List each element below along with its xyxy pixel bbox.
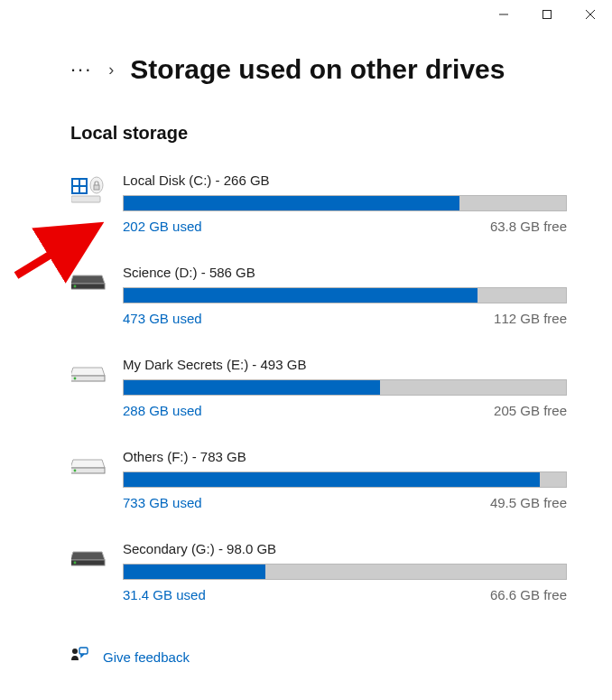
free-text: 205 GB free: [494, 403, 567, 418]
drive-icon: [70, 173, 107, 209]
svg-point-16: [74, 378, 77, 380]
drive-row[interactable]: My Dark Secrets (E:) - 493 GB 288 GB use…: [70, 357, 567, 418]
drive-stats: 473 GB used 112 GB free: [123, 311, 567, 326]
used-text: 202 GB used: [123, 219, 202, 234]
usage-bar: [123, 287, 567, 303]
drive-list: Local Disk (C:) - 266 GB 202 GB used 63.…: [70, 173, 567, 602]
feedback-label: Give feedback: [103, 649, 190, 665]
svg-rect-13: [71, 284, 105, 289]
drive-stats: 31.4 GB used 66.6 GB free: [123, 587, 567, 602]
used-text: 31.4 GB used: [123, 587, 206, 602]
window-controls: [482, 0, 612, 29]
feedback-link[interactable]: Give feedback: [70, 646, 567, 667]
free-text: 63.8 GB free: [490, 219, 567, 234]
drive-title: My Dark Secrets (E:) - 493 GB: [123, 357, 567, 372]
content-area: ··· › Storage used on other drives Local…: [0, 0, 612, 667]
svg-rect-1: [543, 11, 552, 19]
free-text: 66.6 GB free: [490, 587, 567, 602]
maximize-button[interactable]: [525, 0, 569, 29]
drive-name: My Dark Secrets (E:): [123, 357, 248, 372]
svg-rect-8: [80, 187, 86, 192]
drive-stats: 733 GB used 49.5 GB free: [123, 495, 567, 510]
close-button[interactable]: [569, 0, 612, 29]
drive-name: Others (F:): [123, 449, 189, 464]
drive-title: Local Disk (C:) - 266 GB: [123, 173, 567, 188]
usage-bar: [123, 195, 567, 211]
drive-body: Local Disk (C:) - 266 GB 202 GB used 63.…: [123, 173, 567, 234]
svg-rect-6: [80, 180, 86, 185]
drive-title: Others (F:) - 783 GB: [123, 449, 567, 464]
svg-rect-17: [71, 468, 105, 473]
usage-bar-fill: [124, 288, 478, 303]
drive-body: Secondary (G:) - 98.0 GB 31.4 GB used 66…: [123, 541, 567, 602]
svg-rect-19: [71, 560, 105, 565]
usage-bar: [123, 564, 567, 580]
drive-row[interactable]: Others (F:) - 783 GB 733 GB used 49.5 GB…: [70, 449, 567, 510]
breadcrumb-more-icon[interactable]: ···: [70, 60, 92, 79]
used-text: 288 GB used: [123, 403, 202, 418]
drive-body: My Dark Secrets (E:) - 493 GB 288 GB use…: [123, 357, 567, 418]
svg-point-20: [74, 562, 77, 565]
drive-icon: [70, 449, 107, 485]
svg-rect-22: [79, 648, 88, 654]
drive-body: Others (F:) - 783 GB 733 GB used 49.5 GB…: [123, 449, 567, 510]
svg-point-14: [74, 285, 77, 288]
drive-name: Secondary (G:): [123, 541, 215, 556]
drive-total: 266 GB: [224, 173, 270, 188]
feedback-icon: [70, 646, 88, 667]
drive-total: 98.0 GB: [227, 541, 276, 556]
used-text: 473 GB used: [123, 311, 202, 326]
svg-rect-12: [94, 185, 99, 190]
svg-rect-9: [71, 196, 100, 202]
used-text: 733 GB used: [123, 495, 202, 510]
section-title: Local storage: [70, 123, 567, 144]
drive-stats: 202 GB used 63.8 GB free: [123, 219, 567, 234]
svg-rect-5: [73, 180, 79, 185]
breadcrumb: ··· › Storage used on other drives: [70, 54, 567, 85]
drive-title: Science (D:) - 586 GB: [123, 265, 567, 280]
drive-stats: 288 GB used 205 GB free: [123, 403, 567, 418]
drive-body: Science (D:) - 586 GB 473 GB used 112 GB…: [123, 265, 567, 326]
drive-total: 783 GB: [200, 449, 246, 464]
svg-point-18: [74, 470, 77, 472]
drive-total: 493 GB: [261, 357, 307, 372]
usage-bar-fill: [124, 472, 540, 487]
drive-icon: [70, 357, 107, 393]
svg-rect-15: [71, 376, 105, 381]
minimize-button[interactable]: [482, 0, 525, 29]
chevron-right-icon: ›: [108, 61, 114, 79]
drive-icon: [70, 265, 107, 301]
usage-bar-fill: [124, 380, 380, 395]
drive-name: Science (D:): [123, 265, 198, 280]
usage-bar-fill: [124, 196, 459, 210]
usage-bar: [123, 379, 567, 396]
svg-point-21: [72, 649, 78, 654]
usage-bar: [123, 471, 567, 488]
free-text: 49.5 GB free: [490, 495, 567, 510]
drive-icon: [70, 541, 107, 577]
page-title: Storage used on other drives: [130, 54, 505, 85]
drive-title: Secondary (G:) - 98.0 GB: [123, 541, 567, 556]
drive-total: 586 GB: [209, 265, 255, 280]
drive-row[interactable]: Secondary (G:) - 98.0 GB 31.4 GB used 66…: [70, 541, 567, 602]
drive-name: Local Disk (C:): [123, 173, 211, 188]
free-text: 112 GB free: [494, 311, 567, 326]
svg-rect-7: [73, 187, 79, 192]
drive-row[interactable]: Science (D:) - 586 GB 473 GB used 112 GB…: [70, 265, 567, 326]
drive-row[interactable]: Local Disk (C:) - 266 GB 202 GB used 63.…: [70, 173, 567, 234]
usage-bar-fill: [124, 565, 265, 579]
